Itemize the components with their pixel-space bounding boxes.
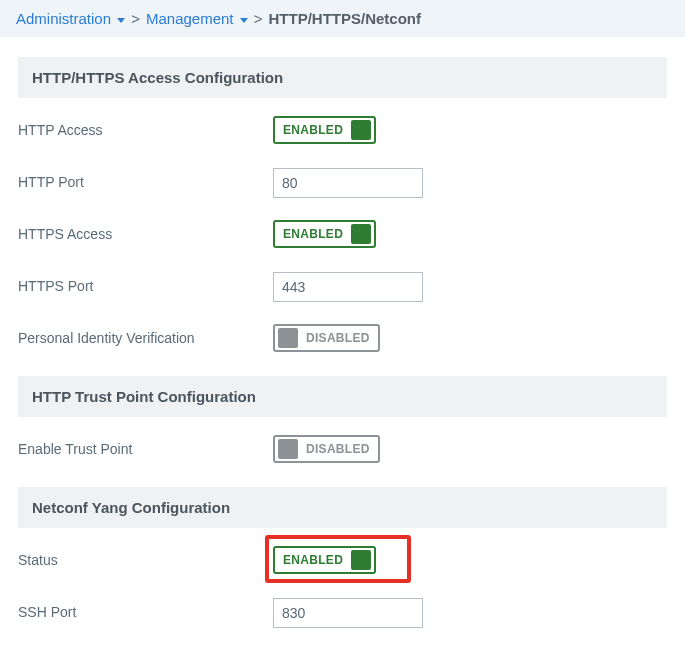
breadcrumb-management[interactable]: Management [146,10,248,27]
field-label: HTTP Access [18,116,273,140]
field-label: HTTPS Access [18,220,273,244]
field-https-access: HTTPS Access ENABLED [18,220,667,252]
field-label: HTTP Port [18,168,273,192]
toggle-text: DISABLED [298,331,378,345]
toggle-text: DISABLED [298,442,378,456]
breadcrumb-label: Management [146,10,234,27]
piv-toggle[interactable]: DISABLED [273,324,380,352]
field-label: HTTPS Port [18,272,273,296]
field-label: SSH Port [18,598,273,622]
netconf-status-toggle[interactable]: ENABLED [273,546,376,574]
section-header-netconf: Netconf Yang Configuration [18,487,667,528]
field-label: Personal Identity Verification [18,324,273,348]
chevron-down-icon [117,18,125,23]
breadcrumb-administration[interactable]: Administration [16,10,125,27]
section-header-trustpoint: HTTP Trust Point Configuration [18,376,667,417]
breadcrumb: Administration > Management > HTTP/HTTPS… [0,0,685,37]
breadcrumb-current: HTTP/HTTPS/Netconf [268,10,421,27]
field-ssh-port: SSH Port [18,598,667,630]
breadcrumb-label: Administration [16,10,111,27]
breadcrumb-separator: > [254,10,263,27]
field-netconf-status: Status ENABLED [18,546,667,578]
https-port-input[interactable] [273,272,423,302]
toggle-text: ENABLED [275,553,351,567]
field-https-port: HTTPS Port [18,272,667,304]
field-label: Enable Trust Point [18,435,273,459]
field-piv: Personal Identity Verification DISABLED [18,324,667,356]
field-enable-trust-point: Enable Trust Point DISABLED [18,435,667,467]
field-http-port: HTTP Port [18,168,667,200]
toggle-knob-icon [278,328,298,348]
toggle-text: ENABLED [275,227,351,241]
ssh-port-input[interactable] [273,598,423,628]
toggle-knob-icon [351,550,371,570]
page-content: HTTP/HTTPS Access Configuration HTTP Acc… [0,37,685,666]
enable-trust-point-toggle[interactable]: DISABLED [273,435,380,463]
http-port-input[interactable] [273,168,423,198]
breadcrumb-separator: > [131,10,140,27]
http-access-toggle[interactable]: ENABLED [273,116,376,144]
toggle-knob-icon [351,120,371,140]
section-header-http-https: HTTP/HTTPS Access Configuration [18,57,667,98]
toggle-knob-icon [278,439,298,459]
https-access-toggle[interactable]: ENABLED [273,220,376,248]
field-label: Status [18,546,273,570]
toggle-text: ENABLED [275,123,351,137]
chevron-down-icon [240,18,248,23]
field-http-access: HTTP Access ENABLED [18,116,667,148]
toggle-knob-icon [351,224,371,244]
